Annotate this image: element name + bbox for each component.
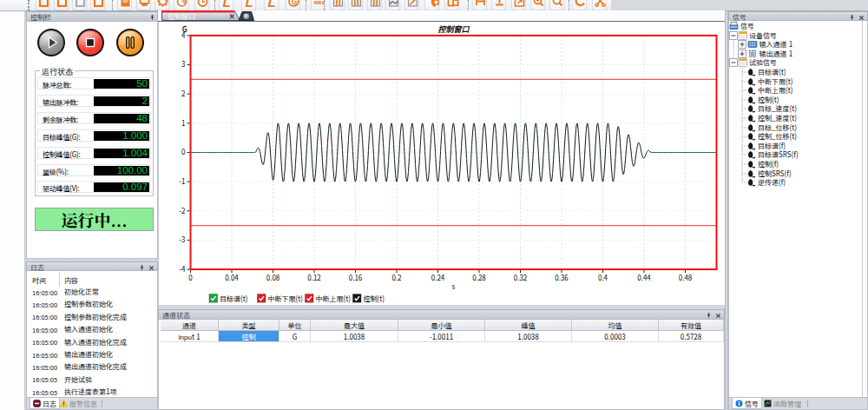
tree-item-label[interactable]: 中断上限(t) bbox=[758, 85, 792, 95]
open-window-button[interactable] bbox=[54, 0, 69, 10]
channel-col-header[interactable]: 通道 bbox=[161, 320, 219, 331]
channel-col-header[interactable]: 单位 bbox=[279, 320, 311, 331]
pin-icon[interactable] bbox=[849, 15, 855, 21]
cascade-windows-button[interactable] bbox=[424, 0, 439, 10]
warning-icon bbox=[60, 400, 68, 407]
tab-control-window[interactable]: 控制窗口 bbox=[161, 11, 240, 21]
cursor-3-button[interactable]: L bbox=[264, 0, 279, 10]
legend-checkbox[interactable] bbox=[209, 294, 218, 303]
stop-button[interactable] bbox=[76, 29, 104, 56]
tree-item[interactable]: 中断上限(t) bbox=[758, 85, 792, 95]
tree-item-label[interactable]: 逆传递(f) bbox=[758, 177, 786, 187]
cut-button[interactable] bbox=[592, 0, 607, 10]
cursor-2-button[interactable]: L bbox=[241, 0, 256, 10]
tree-item[interactable]: 控制_位移(t) bbox=[758, 131, 797, 141]
channel-col-header[interactable]: 类型 bbox=[219, 320, 279, 331]
log-content: 控制参数初始化完成 bbox=[64, 312, 127, 321]
log-row[interactable]: 16:05:00输入通道初始化 bbox=[27, 322, 157, 334]
tree-item-label[interactable]: 目标谱(t) bbox=[758, 67, 786, 76]
channel-col-header[interactable]: 均值 bbox=[572, 320, 659, 331]
log-row[interactable]: 16:05:05执行进度表第1项 bbox=[27, 385, 157, 397]
legend-item[interactable]: 目标谱(t) bbox=[209, 294, 247, 303]
tree-item-label[interactable]: 控制_位移(t) bbox=[758, 131, 797, 141]
line-view-button[interactable] bbox=[404, 0, 419, 10]
statistics-button[interactable] bbox=[174, 0, 188, 10]
tree-item-label[interactable]: 控制(f) bbox=[758, 159, 779, 169]
legend-item[interactable]: 中断下限(t) bbox=[258, 294, 303, 303]
log-row[interactable]: 16:05:00输出通道初始化 bbox=[27, 347, 157, 360]
tree-item[interactable]: 逆传递(f) bbox=[758, 177, 786, 187]
tree-item-label[interactable]: 输入通道 1 bbox=[760, 39, 793, 49]
data-table-1-button[interactable] bbox=[330, 0, 345, 10]
log-row[interactable]: 16:05:05开始试验 bbox=[27, 373, 157, 385]
tab-function-manager[interactable]: 函数管理 bbox=[761, 398, 804, 409]
start-button[interactable] bbox=[37, 29, 65, 56]
wav-export-button[interactable]: wav bbox=[311, 0, 326, 10]
tree-item[interactable]: 目标_速度(t) bbox=[758, 103, 797, 113]
legend-checkbox[interactable] bbox=[353, 294, 362, 303]
window-layout-button[interactable] bbox=[90, 0, 105, 10]
data-table-2-button[interactable] bbox=[348, 0, 363, 10]
tree-item[interactable]: 信号 bbox=[740, 21, 754, 30]
print-button[interactable] bbox=[136, 0, 151, 10]
tab-log[interactable]: 日志 bbox=[30, 398, 60, 409]
legend-item[interactable]: 控制(t) bbox=[353, 294, 385, 303]
tab-snapshot[interactable] bbox=[239, 12, 254, 21]
channel-cell: G bbox=[279, 331, 311, 342]
signal-tree-canvas[interactable]: 信号设备信号输入通道 1输出通道 1试验信号目标谱(t)中断下限(t)中断上限(… bbox=[729, 21, 863, 397]
settings-button[interactable] bbox=[155, 0, 169, 10]
tree-item-label[interactable]: 目标谱SRS(f) bbox=[758, 149, 799, 159]
undo-zoom-button[interactable] bbox=[572, 0, 587, 10]
log-row[interactable]: 16:05:00输入通道初始化完成 bbox=[27, 335, 157, 347]
cursor-1-button[interactable]: L bbox=[219, 0, 233, 10]
tree-item[interactable]: 控制_速度(t) bbox=[758, 113, 797, 122]
channel-col-header[interactable]: 最小值 bbox=[398, 320, 485, 331]
fit-height-button[interactable] bbox=[491, 0, 506, 10]
tree-item-label[interactable]: 试验信号 bbox=[749, 57, 777, 67]
curve-view-button[interactable] bbox=[385, 0, 400, 10]
zoom-out-button[interactable] bbox=[549, 0, 564, 10]
pin-icon[interactable] bbox=[706, 313, 712, 319]
fit-width-button[interactable] bbox=[472, 0, 487, 10]
new-window-button[interactable] bbox=[36, 0, 50, 10]
tab-signal[interactable]: 信号 bbox=[732, 398, 762, 409]
toolbar-grip[interactable] bbox=[28, 0, 30, 10]
chart-canvas[interactable]: 43210-1-2-3-400.040.080.120.160.20.240.2… bbox=[159, 22, 726, 305]
schedule-button[interactable] bbox=[194, 0, 209, 10]
tree-item[interactable]: 目标谱(t) bbox=[758, 67, 786, 76]
log-row[interactable]: 16:05:00初始化正常 bbox=[27, 285, 157, 297]
tree-item-label[interactable]: 目标_速度(t) bbox=[758, 103, 797, 113]
channel-col-header[interactable]: 峰值 bbox=[485, 320, 572, 331]
tree-item[interactable]: 目标谱SRS(f) bbox=[758, 149, 799, 159]
close-icon[interactable] bbox=[148, 265, 155, 271]
tile-windows-button[interactable] bbox=[444, 0, 459, 10]
data-table-3-button[interactable] bbox=[367, 0, 382, 10]
log-row[interactable]: 16:05:00控制参数初始化完成 bbox=[27, 310, 157, 322]
tab-alarm-info[interactable]: 报警信息 bbox=[57, 398, 100, 409]
unit-g-button[interactable]: G bbox=[286, 0, 300, 10]
close-window-button[interactable] bbox=[72, 0, 87, 10]
legend-item[interactable]: 中断上限(t) bbox=[306, 294, 351, 303]
channel-col-header[interactable]: 最大值 bbox=[311, 320, 398, 331]
status-field-value: 1.004 bbox=[94, 149, 149, 158]
pause-button[interactable] bbox=[116, 29, 144, 56]
log-row[interactable]: 16:05:00输出通道初始化完成 bbox=[27, 360, 157, 372]
control-window-chart[interactable]: 43210-1-2-3-400.040.080.120.160.20.240.2… bbox=[158, 22, 725, 305]
tree-item[interactable]: 输入通道 1 bbox=[739, 39, 793, 49]
pin-icon[interactable] bbox=[139, 265, 145, 271]
zoom-in-button[interactable] bbox=[530, 0, 545, 10]
legend-checkbox[interactable] bbox=[306, 294, 314, 303]
tree-item[interactable]: 控制(f) bbox=[758, 159, 779, 169]
pin-icon[interactable] bbox=[149, 15, 155, 21]
close-icon[interactable] bbox=[715, 313, 721, 319]
channel-col-header[interactable]: 有效值 bbox=[659, 320, 724, 331]
tree-item-label[interactable]: 控制_速度(t) bbox=[758, 113, 797, 122]
zoom-box-button[interactable] bbox=[511, 0, 526, 10]
save-button[interactable] bbox=[117, 0, 132, 10]
open-window-icon bbox=[56, 0, 69, 10]
log-row[interactable]: 16:05:00控制参数初始化 bbox=[27, 297, 157, 309]
close-icon[interactable] bbox=[858, 15, 865, 21]
tree-item-label[interactable]: 信号 bbox=[740, 21, 754, 30]
tree-item[interactable]: 试验信号 bbox=[730, 57, 778, 67]
legend-checkbox[interactable] bbox=[258, 294, 266, 303]
